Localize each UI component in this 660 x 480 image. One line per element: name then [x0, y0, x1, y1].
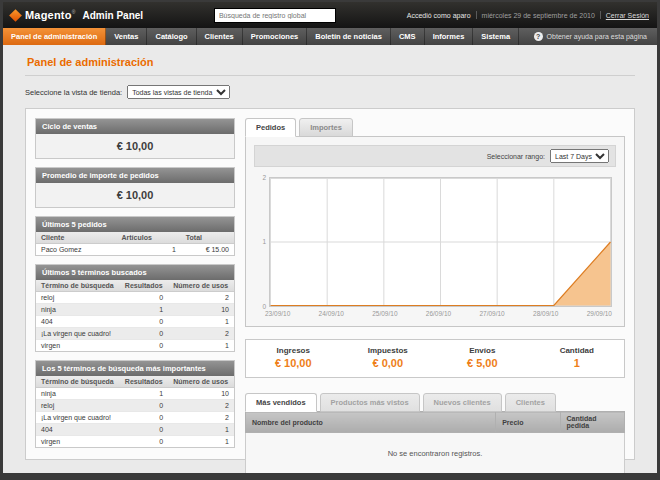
cell: 0 [120, 328, 168, 340]
nav-item-sistema[interactable]: Sistema [473, 28, 519, 45]
x-tick: 27/09/10 [479, 310, 504, 317]
x-tick: 24/09/10 [319, 310, 344, 317]
stat-label: Ingresos [246, 346, 341, 355]
cell: 0 [120, 424, 168, 436]
tab-clientes[interactable]: Clientes [505, 393, 556, 412]
column-header: Resultados [120, 280, 168, 292]
help-label: Obtener ayuda para esta página [547, 33, 647, 40]
nav-item-ventas[interactable]: Ventas [106, 28, 147, 45]
range-select[interactable]: Last 7 Days [550, 149, 609, 163]
column-header: Término de búsqueda [36, 280, 120, 292]
average-orders-title: Promedio de importe de pedidos [36, 168, 234, 183]
orders-chart-panel: Seleccionar rango: Last 7 Days 2 1 0 [245, 136, 625, 327]
nav-item-cms[interactable]: CMS [391, 28, 425, 45]
nav-item-informes[interactable]: Informes [425, 28, 474, 45]
cell: € 15.00 [181, 244, 234, 256]
stat-impuestos: Impuestos € 0,00 [341, 346, 436, 369]
table-row[interactable]: virgen01 [36, 340, 234, 352]
brand-subtitle: Admin Panel [83, 10, 144, 21]
y-tick: 0 [262, 303, 266, 310]
table-row[interactable]: ninja110 [36, 388, 234, 400]
table-row[interactable]: ¡La virgen que cuadro!02 [36, 328, 234, 340]
divider [600, 11, 601, 19]
column-header: Cantidad pedida [560, 412, 624, 433]
last-orders-box: Últimos 5 pedidos Cliente Artículos Tota… [35, 216, 235, 256]
cell: 1 [120, 388, 168, 400]
logout-link[interactable]: Cerrar Sesión [606, 12, 649, 19]
nav-item-boletin[interactable]: Boletín de noticias [307, 28, 391, 45]
stat-cantidad: Cantidad 1 [530, 346, 625, 369]
average-orders-box: Promedio de importe de pedidos € 10,00 [35, 167, 235, 208]
stat-label: Envíos [435, 346, 530, 355]
range-label: Seleccionar rango: [487, 153, 545, 160]
cell: ¡La virgen que cuadro! [36, 328, 120, 340]
current-date: miércoles 29 de septiembre de 2010 [482, 12, 595, 19]
cell: virgen [36, 436, 120, 448]
page-help-link[interactable]: ? Obtener ayuda para esta página [524, 28, 657, 45]
y-tick: 1 [262, 238, 266, 245]
tab-mas-vendidos[interactable]: Más vendidos [245, 393, 317, 412]
tab-productos-mas-vistos[interactable]: Productos más vistos [320, 393, 420, 412]
table-row[interactable]: ¡La virgen que cuadro!02 [36, 412, 234, 424]
table-row[interactable]: virgen01 [36, 436, 234, 448]
stat-value: 1 [530, 357, 625, 369]
page-title: Panel de administración [27, 56, 633, 68]
store-view-select[interactable]: Todas las vistas de tienda [127, 85, 230, 99]
column-header: Precio [496, 412, 560, 433]
nav-item-clientes[interactable]: Clientes [197, 28, 243, 45]
cell: 404 [36, 424, 120, 436]
cell: 2 [168, 328, 234, 340]
column-header: Número de usos [168, 280, 234, 292]
nav-item-promociones[interactable]: Promociones [243, 28, 308, 45]
cell: 10 [168, 388, 234, 400]
cell: 1 [116, 244, 180, 256]
cell: reloj [36, 292, 120, 304]
column-header: Término de búsqueda [36, 376, 120, 388]
last-search-terms-box: Últimos 5 términos buscados Término de b… [35, 264, 235, 352]
cell: 1 [168, 340, 234, 352]
x-tick: 29/09/10 [587, 310, 612, 317]
stat-value: € 0,00 [341, 357, 436, 369]
cell: 0 [120, 340, 168, 352]
cell: 2 [168, 412, 234, 424]
cell: 0 [120, 400, 168, 412]
stat-envios: Envíos € 5,00 [435, 346, 530, 369]
header: Magento® Admin Panel Accedió como aparo … [3, 2, 657, 28]
divider [476, 11, 477, 19]
stat-label: Cantidad [530, 346, 625, 355]
x-tick: 28/09/10 [533, 310, 558, 317]
chart-x-axis: 23/09/10 24/09/10 25/09/10 26/09/10 27/0… [265, 307, 612, 318]
cell: 1 [168, 424, 234, 436]
empty-row: No se encontraron registros. [246, 433, 625, 474]
totals-bar: Ingresos € 10,00 Impuestos € 0,00 Envíos… [245, 339, 625, 378]
chart-plot-area [269, 177, 612, 307]
tab-pedidos[interactable]: Pedidos [245, 118, 296, 137]
table-row[interactable]: reloj02 [36, 400, 234, 412]
brand-name: Magento® [25, 9, 76, 21]
orders-chart-svg [270, 178, 611, 306]
column-header: Total [181, 232, 234, 244]
stat-value: € 5,00 [435, 357, 530, 369]
page-frame: Magento® Admin Panel Accedió como aparo … [3, 2, 657, 473]
nav-item-catalogo[interactable]: Catálogo [147, 28, 196, 45]
table-row[interactable]: Paco Gomez 1 € 15.00 [36, 244, 234, 256]
logged-in-as: Accedió como aparo [407, 12, 471, 19]
cell: 1 [168, 436, 234, 448]
global-search-input[interactable] [214, 8, 336, 23]
table-row[interactable]: 40401 [36, 424, 234, 436]
table-row[interactable]: reloj02 [36, 292, 234, 304]
last-orders-table: Cliente Artículos Total Paco Gomez 1 € 1… [36, 232, 234, 255]
nav-item-dashboard[interactable]: Panel de administración [3, 28, 106, 45]
tab-nuevos-clientes[interactable]: Nuevos clientes [423, 393, 502, 412]
cell: 404 [36, 316, 120, 328]
cell: ninja [36, 304, 120, 316]
x-tick: 25/09/10 [372, 310, 397, 317]
table-row[interactable]: ninja110 [36, 304, 234, 316]
cell: ¡La virgen que cuadro! [36, 412, 120, 424]
cell: 0 [120, 436, 168, 448]
stat-ingresos: Ingresos € 10,00 [246, 346, 341, 369]
table-row[interactable]: 40401 [36, 316, 234, 328]
tab-importes[interactable]: Importes [299, 118, 353, 137]
cell: 0 [120, 292, 168, 304]
main-nav: Panel de administración Ventas Catálogo … [3, 28, 657, 45]
